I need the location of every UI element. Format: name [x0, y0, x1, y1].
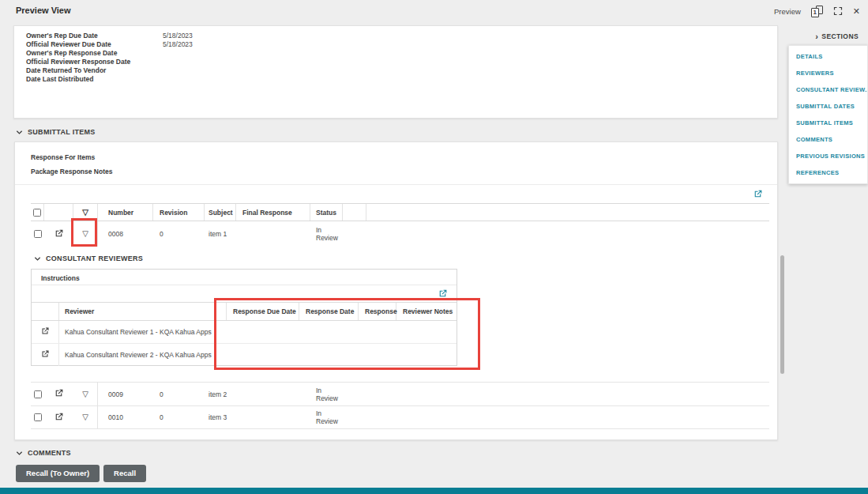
- expand-triangle-icon[interactable]: ▽: [82, 230, 88, 238]
- cell-reviewer-notes: [396, 344, 457, 366]
- sections-toggle[interactable]: › SECTIONS: [815, 32, 859, 40]
- cell-revision: 0: [153, 221, 205, 247]
- cell-response-due-date: [227, 344, 299, 366]
- cell-subject: item 1: [205, 221, 236, 247]
- window-title: Preview View: [16, 6, 71, 15]
- date-field-row: Date Last Distributed: [26, 74, 777, 83]
- chevron-down-icon: [16, 129, 23, 136]
- column-header-reviewer: Reviewer: [59, 303, 227, 320]
- cell-subject: item 2: [205, 383, 236, 405]
- preview-mode-label: Preview: [774, 7, 801, 16]
- column-header-response-date: Response Date: [299, 303, 359, 320]
- date-field-label: Owner's Rep Due Date: [26, 32, 163, 40]
- cell-final-response: [236, 406, 310, 428]
- date-field-label: Date Last Distributed: [26, 75, 163, 83]
- sections-link-submittal-dates[interactable]: SUBMITTAL DATES: [789, 98, 867, 115]
- expand-triangle-icon[interactable]: ▽: [82, 413, 88, 421]
- filter-triangle-icon[interactable]: ▽: [82, 209, 88, 217]
- consultant-table-header: Reviewer Response Due Date Response Date…: [32, 302, 457, 321]
- open-reviewer-icon[interactable]: [40, 326, 50, 338]
- cell-status: In Review: [310, 406, 343, 428]
- table-row: Kahua Consultant Reviewer 1 - KQA Kahua …: [32, 321, 457, 344]
- cell-revision: 0: [153, 406, 205, 428]
- cell-response-date: [299, 344, 359, 366]
- date-field-row: Owner's Rep Due Date 5/18/2023: [26, 32, 777, 40]
- date-field-row: Official Reviewer Response Date: [26, 58, 777, 66]
- recall-to-owner-button[interactable]: Recall (To Owner): [16, 465, 100, 482]
- sections-link-reviewers[interactable]: REVIEWERS: [789, 65, 867, 81]
- date-field-label: Official Reviewer Due Date: [26, 40, 163, 48]
- date-field-label: Official Reviewer Response Date: [26, 58, 163, 66]
- date-field-row: Official Reviewer Due Date 5/18/2023: [26, 40, 777, 49]
- submittal-items-section-header[interactable]: SUBMITTAL ITEMS: [16, 128, 96, 136]
- footer-action-buttons: Recall (To Owner) Recall: [16, 465, 146, 482]
- comments-section-title: COMMENTS: [28, 449, 71, 457]
- column-header-revision: Revision: [153, 204, 205, 221]
- date-field-value: 5/18/2023: [163, 40, 193, 48]
- instructions-label: Instructions: [41, 274, 80, 282]
- column-header-status: Status: [310, 204, 343, 221]
- cell-subject: item 3: [205, 406, 236, 428]
- row-checkbox[interactable]: [34, 230, 42, 238]
- column-header-subject: Subject: [205, 204, 236, 221]
- toolbar-divider: [32, 285, 457, 285]
- pages-count-icon[interactable]: 1: [811, 6, 823, 17]
- cell-revision: 0: [153, 383, 205, 405]
- cell-final-response: [236, 383, 310, 405]
- sections-link-comments[interactable]: COMMENTS: [789, 131, 867, 148]
- cell-number: 0008: [98, 221, 153, 247]
- cell-status: In Review: [310, 383, 343, 405]
- row-checkbox[interactable]: [34, 390, 42, 398]
- consultant-table-popout-icon[interactable]: [438, 288, 448, 300]
- date-field-row: Owner's Rep Response Date: [26, 49, 777, 58]
- open-item-icon[interactable]: [54, 228, 64, 240]
- sections-link-submittal-items[interactable]: SUBMITTAL ITEMS: [789, 115, 867, 131]
- cell-response-due-date: [227, 321, 299, 343]
- date-field-label: Date Returned To Vendor: [26, 66, 163, 74]
- cell-reviewer: Kahua Consultant Reviewer 1 - KQA Kahua …: [59, 321, 227, 343]
- open-reviewer-icon[interactable]: [40, 349, 50, 360]
- window-controls: Preview 1 ✕: [774, 4, 860, 18]
- consultant-reviewers-section-title: CONSULTANT REVIEWERS: [46, 255, 143, 262]
- date-field-row: Date Returned To Vendor: [26, 66, 777, 75]
- sections-link-consultant-review[interactable]: CONSULTANT REVIEW...: [789, 81, 867, 98]
- table-row: ▽ 0009 0 item 2 In Review: [31, 382, 769, 406]
- column-header-response: Response: [359, 303, 396, 320]
- table-row: ▽ 0008 0 item 1 In Review: [31, 221, 769, 247]
- sections-header-label: SECTIONS: [821, 32, 859, 40]
- chevron-down-icon: [16, 450, 23, 457]
- open-item-icon[interactable]: [54, 388, 64, 400]
- cell-final-response: [236, 221, 310, 247]
- comments-section-header[interactable]: COMMENTS: [16, 449, 71, 457]
- recall-button[interactable]: Recall: [103, 465, 146, 482]
- sections-link-references[interactable]: REFERENCES: [789, 164, 867, 181]
- cell-status: In Review: [310, 221, 343, 247]
- consultant-reviewers-section-header[interactable]: CONSULTANT REVIEWERS: [34, 255, 143, 262]
- sections-link-details[interactable]: DETAILS: [789, 48, 867, 65]
- cell-response: [359, 321, 396, 343]
- cell-response-date: [299, 321, 359, 343]
- column-header-response-due-date: Response Due Date: [227, 303, 299, 320]
- items-table-popout-icon[interactable]: [753, 189, 763, 201]
- toolbar-divider: [15, 184, 777, 185]
- vertical-scrollbar-thumb[interactable]: [780, 255, 784, 374]
- fullscreen-icon[interactable]: [833, 6, 843, 16]
- bottom-accent-bar: [0, 488, 868, 494]
- items-table-header: ▽ Number Revision Subject Final Response…: [31, 203, 769, 221]
- open-item-icon[interactable]: [54, 412, 64, 424]
- submittal-items-card: Response For Items Package Response Note…: [14, 141, 778, 440]
- table-row: Kahua Consultant Reviewer 2 - KQA Kahua …: [32, 344, 457, 366]
- close-icon[interactable]: ✕: [853, 6, 860, 17]
- chevron-right-icon: ›: [815, 33, 818, 40]
- chevron-down-icon: [34, 255, 41, 262]
- sections-panel: DETAILS REVIEWERS CONSULTANT REVIEW... S…: [788, 45, 868, 184]
- select-all-checkbox[interactable]: [33, 209, 41, 217]
- response-for-items-label: Response For Items: [31, 153, 95, 161]
- cell-number: 0009: [98, 383, 153, 405]
- pages-icon: 1: [811, 6, 823, 17]
- sections-link-previous-revisions[interactable]: PREVIOUS REVISIONS: [789, 148, 867, 164]
- cell-reviewer-notes: [396, 321, 457, 343]
- date-field-value: 5/18/2023: [163, 32, 193, 40]
- row-checkbox[interactable]: [34, 413, 42, 421]
- expand-triangle-icon[interactable]: ▽: [82, 390, 88, 398]
